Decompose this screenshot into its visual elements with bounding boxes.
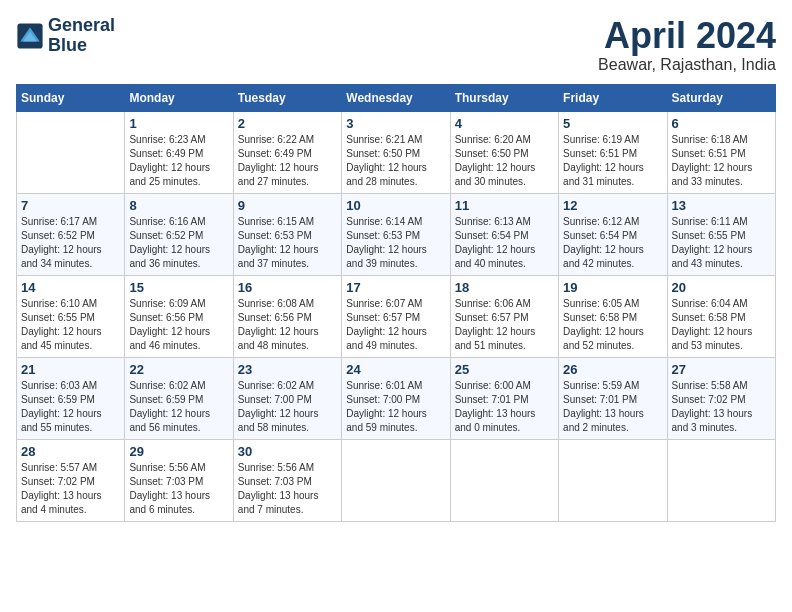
calendar-cell: 26Sunrise: 5:59 AMSunset: 7:01 PMDayligh… [559,357,667,439]
calendar-cell: 13Sunrise: 6:11 AMSunset: 6:55 PMDayligh… [667,193,775,275]
calendar-cell: 27Sunrise: 5:58 AMSunset: 7:02 PMDayligh… [667,357,775,439]
day-info: Sunrise: 6:03 AMSunset: 6:59 PMDaylight:… [21,379,120,435]
day-info: Sunrise: 5:58 AMSunset: 7:02 PMDaylight:… [672,379,771,435]
calendar-cell: 17Sunrise: 6:07 AMSunset: 6:57 PMDayligh… [342,275,450,357]
day-number: 30 [238,444,337,459]
day-number: 19 [563,280,662,295]
day-number: 10 [346,198,445,213]
calendar-cell: 16Sunrise: 6:08 AMSunset: 6:56 PMDayligh… [233,275,341,357]
calendar-cell: 21Sunrise: 6:03 AMSunset: 6:59 PMDayligh… [17,357,125,439]
calendar-cell: 1Sunrise: 6:23 AMSunset: 6:49 PMDaylight… [125,111,233,193]
day-number: 13 [672,198,771,213]
day-number: 8 [129,198,228,213]
day-number: 29 [129,444,228,459]
calendar-week-5: 28Sunrise: 5:57 AMSunset: 7:02 PMDayligh… [17,439,776,521]
logo-text: General Blue [48,16,115,56]
calendar-body: 1Sunrise: 6:23 AMSunset: 6:49 PMDaylight… [17,111,776,521]
day-number: 9 [238,198,337,213]
calendar-week-1: 1Sunrise: 6:23 AMSunset: 6:49 PMDaylight… [17,111,776,193]
calendar-header: SundayMondayTuesdayWednesdayThursdayFrid… [17,84,776,111]
day-number: 17 [346,280,445,295]
calendar-cell [450,439,558,521]
calendar-cell: 28Sunrise: 5:57 AMSunset: 7:02 PMDayligh… [17,439,125,521]
location: Beawar, Rajasthan, India [598,56,776,74]
day-info: Sunrise: 6:07 AMSunset: 6:57 PMDaylight:… [346,297,445,353]
calendar-cell: 3Sunrise: 6:21 AMSunset: 6:50 PMDaylight… [342,111,450,193]
day-info: Sunrise: 6:11 AMSunset: 6:55 PMDaylight:… [672,215,771,271]
month-title: April 2024 [598,16,776,56]
calendar-cell: 24Sunrise: 6:01 AMSunset: 7:00 PMDayligh… [342,357,450,439]
day-number: 16 [238,280,337,295]
day-number: 27 [672,362,771,377]
day-number: 14 [21,280,120,295]
calendar-cell: 12Sunrise: 6:12 AMSunset: 6:54 PMDayligh… [559,193,667,275]
day-info: Sunrise: 6:06 AMSunset: 6:57 PMDaylight:… [455,297,554,353]
day-info: Sunrise: 6:19 AMSunset: 6:51 PMDaylight:… [563,133,662,189]
calendar-cell: 6Sunrise: 6:18 AMSunset: 6:51 PMDaylight… [667,111,775,193]
day-number: 15 [129,280,228,295]
day-number: 21 [21,362,120,377]
day-info: Sunrise: 6:20 AMSunset: 6:50 PMDaylight:… [455,133,554,189]
calendar-cell: 15Sunrise: 6:09 AMSunset: 6:56 PMDayligh… [125,275,233,357]
calendar-cell: 20Sunrise: 6:04 AMSunset: 6:58 PMDayligh… [667,275,775,357]
calendar-cell: 8Sunrise: 6:16 AMSunset: 6:52 PMDaylight… [125,193,233,275]
calendar-cell: 18Sunrise: 6:06 AMSunset: 6:57 PMDayligh… [450,275,558,357]
calendar-cell [559,439,667,521]
logo-line1: General [48,16,115,36]
day-info: Sunrise: 6:22 AMSunset: 6:49 PMDaylight:… [238,133,337,189]
calendar-cell: 23Sunrise: 6:02 AMSunset: 7:00 PMDayligh… [233,357,341,439]
calendar-cell: 14Sunrise: 6:10 AMSunset: 6:55 PMDayligh… [17,275,125,357]
day-info: Sunrise: 6:23 AMSunset: 6:49 PMDaylight:… [129,133,228,189]
day-number: 2 [238,116,337,131]
day-header-wednesday: Wednesday [342,84,450,111]
day-info: Sunrise: 6:09 AMSunset: 6:56 PMDaylight:… [129,297,228,353]
calendar-week-2: 7Sunrise: 6:17 AMSunset: 6:52 PMDaylight… [17,193,776,275]
calendar-cell: 11Sunrise: 6:13 AMSunset: 6:54 PMDayligh… [450,193,558,275]
day-header-tuesday: Tuesday [233,84,341,111]
calendar-cell [342,439,450,521]
day-info: Sunrise: 5:56 AMSunset: 7:03 PMDaylight:… [238,461,337,517]
day-header-monday: Monday [125,84,233,111]
day-info: Sunrise: 6:01 AMSunset: 7:00 PMDaylight:… [346,379,445,435]
day-info: Sunrise: 6:12 AMSunset: 6:54 PMDaylight:… [563,215,662,271]
day-info: Sunrise: 6:10 AMSunset: 6:55 PMDaylight:… [21,297,120,353]
day-number: 1 [129,116,228,131]
calendar-week-3: 14Sunrise: 6:10 AMSunset: 6:55 PMDayligh… [17,275,776,357]
day-header-friday: Friday [559,84,667,111]
page-header: General Blue April 2024 Beawar, Rajastha… [16,16,776,74]
calendar-cell [667,439,775,521]
calendar-cell: 19Sunrise: 6:05 AMSunset: 6:58 PMDayligh… [559,275,667,357]
day-info: Sunrise: 6:17 AMSunset: 6:52 PMDaylight:… [21,215,120,271]
day-number: 26 [563,362,662,377]
day-header-sunday: Sunday [17,84,125,111]
header-row: SundayMondayTuesdayWednesdayThursdayFrid… [17,84,776,111]
calendar-cell [17,111,125,193]
calendar-cell: 5Sunrise: 6:19 AMSunset: 6:51 PMDaylight… [559,111,667,193]
calendar-cell: 10Sunrise: 6:14 AMSunset: 6:53 PMDayligh… [342,193,450,275]
day-info: Sunrise: 6:04 AMSunset: 6:58 PMDaylight:… [672,297,771,353]
day-number: 20 [672,280,771,295]
calendar-cell: 4Sunrise: 6:20 AMSunset: 6:50 PMDaylight… [450,111,558,193]
calendar-cell: 25Sunrise: 6:00 AMSunset: 7:01 PMDayligh… [450,357,558,439]
day-number: 12 [563,198,662,213]
day-info: Sunrise: 5:59 AMSunset: 7:01 PMDaylight:… [563,379,662,435]
day-number: 22 [129,362,228,377]
day-number: 7 [21,198,120,213]
calendar-week-4: 21Sunrise: 6:03 AMSunset: 6:59 PMDayligh… [17,357,776,439]
day-number: 6 [672,116,771,131]
title-block: April 2024 Beawar, Rajasthan, India [598,16,776,74]
day-header-thursday: Thursday [450,84,558,111]
day-info: Sunrise: 6:16 AMSunset: 6:52 PMDaylight:… [129,215,228,271]
logo: General Blue [16,16,115,56]
day-number: 3 [346,116,445,131]
day-info: Sunrise: 6:13 AMSunset: 6:54 PMDaylight:… [455,215,554,271]
day-info: Sunrise: 6:02 AMSunset: 6:59 PMDaylight:… [129,379,228,435]
day-number: 24 [346,362,445,377]
day-number: 23 [238,362,337,377]
day-info: Sunrise: 6:02 AMSunset: 7:00 PMDaylight:… [238,379,337,435]
calendar-cell: 22Sunrise: 6:02 AMSunset: 6:59 PMDayligh… [125,357,233,439]
calendar-table: SundayMondayTuesdayWednesdayThursdayFrid… [16,84,776,522]
calendar-cell: 30Sunrise: 5:56 AMSunset: 7:03 PMDayligh… [233,439,341,521]
day-number: 28 [21,444,120,459]
calendar-cell: 7Sunrise: 6:17 AMSunset: 6:52 PMDaylight… [17,193,125,275]
